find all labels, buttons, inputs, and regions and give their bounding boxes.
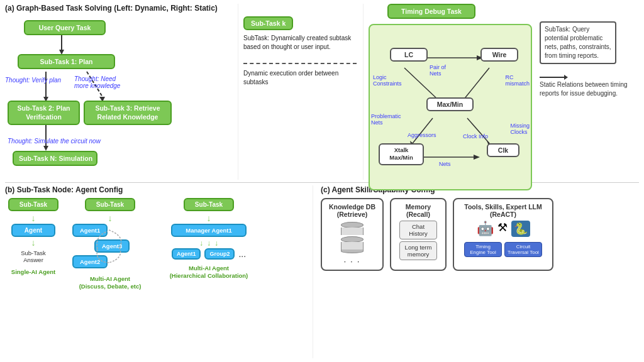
multi-hier-label: Multi-AI Agent(Hierarchical Collaboratio… — [170, 265, 248, 280]
subtask2-box: Sub-Task 2: Plan Verification — [8, 101, 80, 125]
db-dots: · · · — [344, 257, 361, 266]
memory-box: Memory(Recall) ChatHistory Long termmemo… — [390, 198, 447, 271]
svg-marker-20 — [474, 155, 480, 160]
timing-side-info: SubTask: Query potential problematic net… — [540, 9, 628, 180]
user-query-box: User Query Task — [24, 20, 106, 35]
flow-area: User Query Task Sub-Task 1: Plan Thought… — [5, 15, 231, 172]
subtask-k-box: Sub-Task k — [243, 16, 293, 30]
subtask-outline-box: SubTask: Query potential problematic net… — [540, 21, 616, 64]
bottom-left-section: (b) Sub-Task Node: Agent Config Sub-Task… — [5, 185, 313, 358]
chat-history-box: ChatHistory — [399, 221, 438, 239]
robot-and-tools-row: 🤖 ⚒ 🐍 — [477, 221, 530, 237]
top-left-section: (a) Graph-Based Task Solving (Left: Dyna… — [5, 4, 238, 180]
db-body — [341, 228, 364, 235]
arrow2: ↓ — [31, 238, 36, 247]
db-bottom — [341, 250, 364, 253]
memory-title: Memory(Recall) — [406, 203, 431, 218]
rc-mismatch-label: RCmismatch — [505, 74, 530, 87]
top-middle-section: Sub-Task k SubTask: Dynamically created … — [238, 4, 364, 180]
multi-hier-subtask: Sub-Task — [184, 198, 234, 211]
clk-box: Clk — [487, 143, 519, 157]
dashed-separator — [243, 63, 357, 64]
tool-sub-boxes: Timing Engine Tool Circuit Traversal Too… — [464, 242, 542, 257]
tools-box: Tools, Skills, Expert LLM(ReACT) 🤖 ⚒ 🐍 T… — [453, 198, 553, 271]
maxmin-box: Max/Min — [426, 97, 474, 111]
section-a-title: (a) Graph-Based Task Solving (Left: Dyna… — [5, 4, 233, 13]
svg-line-13 — [463, 68, 489, 101]
arrow5a: ↓ — [199, 239, 203, 247]
static-arrow-row — [540, 77, 628, 78]
multi-hier-config: Sub-Task ↓ Manager Agent1 ↓ ↓ ↓ Agent1 G… — [158, 198, 259, 291]
single-agent-box: Agent — [11, 224, 55, 237]
missing-clocks-label: MissingClocks — [510, 123, 530, 135]
top-right-section: Timing Debug Task — [364, 4, 639, 180]
dynamic-order-text: Dynamic execution order between subtasks — [243, 69, 358, 87]
timing-debug-title: Timing Debug Task — [387, 4, 475, 19]
arrow5b: ↓ — [207, 239, 211, 247]
python-icon: 🐍 — [511, 221, 530, 237]
memory-stack: ChatHistory Long termmemory — [399, 221, 438, 260]
single-subtask-box: Sub-Task — [8, 198, 58, 211]
svg-line-15 — [413, 118, 433, 143]
arrow1: ↓ — [31, 214, 36, 222]
svg-marker-7 — [43, 146, 48, 151]
hier-group2: Group2 — [204, 248, 235, 260]
multi-discuss-agents: Agent1 Agent3 Agent2 — [72, 224, 148, 274]
agent-configs-area: Sub-Task ↓ Agent ↓ Sub-TaskAnswer Single… — [5, 198, 308, 291]
manager-agent-box: Manager Agent1 — [171, 224, 247, 237]
subtask3-box: Sub-Task 3: Retrieve Related Knowledge — [84, 101, 172, 125]
knowledge-db-title: Knowledge DB(Retrieve) — [329, 203, 375, 218]
static-arrow-icon — [540, 77, 565, 78]
db-icon — [340, 222, 365, 253]
hier-agents-row: Agent1 Group2 ... — [172, 248, 246, 260]
single-ai-config: Sub-Task ↓ Agent ↓ Sub-TaskAnswer Single… — [5, 198, 62, 291]
arrow3: ↓ — [108, 214, 113, 222]
subtaskN-box: Sub-Task N: Simulation — [13, 151, 97, 166]
db-body2 — [341, 242, 364, 250]
wire-box: Wire — [480, 48, 518, 62]
pair-of-nets-label: Pair ofNets — [430, 64, 446, 77]
bottom-half: (b) Sub-Task Node: Agent Config Sub-Task… — [5, 183, 639, 358]
bottom-right-section: (c) Agent Skill/Capability Config Knowle… — [313, 185, 639, 358]
thought-simulate: Thought: Simulate the circuit now — [8, 138, 101, 145]
lc-box: LC — [390, 48, 428, 62]
nets-label: Nets — [439, 161, 451, 167]
multi-agent2: Agent2 — [72, 255, 108, 268]
arrow4: ↓ — [207, 214, 211, 222]
robot-icon: 🤖 — [477, 221, 494, 237]
thought-verify: Thought: Verify plan — [5, 77, 61, 84]
hier-agent1: Agent1 — [172, 248, 201, 260]
main-container: (a) Graph-Based Task Solving (Left: Dyna… — [0, 0, 644, 362]
hammer-icon: ⚒ — [497, 221, 508, 237]
top-half: (a) Graph-Based Task Solving (Left: Dyna… — [5, 4, 639, 183]
flow-arrows-svg — [5, 15, 231, 172]
clock-info-label: Clock Info — [463, 133, 488, 140]
timing-graph-area: LC Wire Max/Min XtalkMax/Min Clk LogicCo… — [369, 24, 532, 190]
capability-row: Knowledge DB(Retrieve) · · · Memory(Reca… — [321, 198, 639, 271]
tools-area: 🤖 ⚒ 🐍 Timing Engine Tool Circuit Travers… — [464, 221, 542, 257]
svg-line-17 — [467, 118, 489, 143]
subtask1-box: Sub-Task 1: Plan — [18, 54, 115, 69]
hier-sub-agents: ↓ ↓ ↓ — [199, 238, 218, 248]
xtalk-box: XtalkMax/Min — [379, 143, 424, 165]
timing-engine-tool: Timing Engine Tool — [464, 242, 502, 257]
multi-agent3: Agent3 — [94, 239, 130, 253]
multi-discuss-label: Multi-AI Agent(Discuss, Debate, etc) — [79, 275, 142, 291]
subtask-k-desc: SubTask: Dynamically created subtask bas… — [243, 34, 358, 52]
circuit-traversal-tool: Circuit Traversal Tool — [504, 242, 542, 257]
long-term-memory-box: Long termmemory — [399, 241, 438, 260]
single-label: Single-AI Agent — [11, 268, 55, 275]
thought-need-more: Thought: Need more knowledge — [74, 75, 120, 89]
single-answer: Sub-TaskAnswer — [21, 250, 46, 263]
multi-agent1: Agent1 — [72, 224, 108, 237]
knowledge-db-box: Knowledge DB(Retrieve) · · · — [321, 198, 384, 271]
aggressors-label: Aggressors — [408, 132, 436, 138]
logic-constraints-label: LogicConstraints — [373, 74, 402, 87]
arrow5c: ↓ — [214, 239, 218, 247]
multi-discuss-config: Sub-Task ↓ Agent1 Agent3 Agent2 — [69, 198, 151, 291]
multi-discuss-subtask: Sub-Task — [85, 198, 135, 211]
problematic-nets-label: ProblematicNets — [371, 113, 401, 126]
hier-dots: ... — [238, 249, 246, 259]
static-desc: Static Relations between timing reports … — [540, 80, 628, 98]
tools-title: Tools, Skills, Expert LLM(ReACT) — [464, 203, 542, 218]
